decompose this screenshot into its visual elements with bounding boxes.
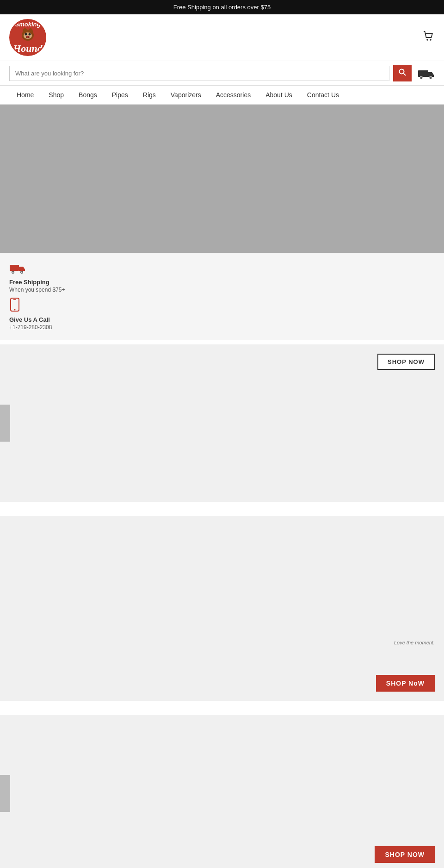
nav-item-home[interactable]: Home (9, 86, 41, 104)
call-title: Give Us A Call (9, 316, 435, 323)
header: Smoking Hound (0, 14, 444, 61)
cart-icon (422, 30, 435, 43)
svg-point-5 (29, 33, 31, 36)
svg-point-7 (26, 37, 28, 37)
shop-now-button-2[interactable]: SHOP NoW (376, 675, 435, 692)
nav-item-accessories[interactable]: Accessories (209, 86, 258, 104)
side-thumb-1 (0, 405, 10, 442)
logo-line2: Hound (13, 44, 43, 54)
top-banner: Free Shipping on all orders over $75 (0, 0, 444, 14)
hero-banner (0, 105, 444, 253)
svg-line-12 (404, 74, 406, 76)
nav-item-pipes[interactable]: Pipes (105, 86, 136, 104)
nav-item-contact[interactable]: Contact Us (300, 86, 346, 104)
search-icon (399, 69, 406, 76)
info-bar: Free Shipping When you spend $75+ Give U… (0, 253, 444, 340)
mobile-icon (9, 298, 20, 312)
svg-point-19 (12, 272, 14, 273)
product-section-1: SHOP NOW (0, 344, 444, 502)
love-text: Love the moment. (394, 640, 435, 645)
nav-item-shop[interactable]: Shop (41, 86, 71, 104)
svg-point-14 (420, 76, 423, 79)
truck-shipping-icon (9, 262, 26, 274)
svg-point-4 (25, 33, 27, 36)
logo-dog-icon (19, 27, 37, 42)
shop-now-button-1[interactable]: SHOP NOW (377, 354, 435, 370)
banner-text: Free Shipping on all orders over $75 (173, 4, 271, 11)
search-area (0, 61, 444, 85)
svg-point-9 (426, 39, 428, 41)
svg-point-15 (429, 76, 432, 79)
search-input[interactable] (9, 66, 389, 81)
call-phone: +1-719-280-2308 (9, 324, 435, 331)
phone-icon (9, 298, 435, 314)
truck-icon (417, 67, 435, 80)
side-thumb-3 (0, 775, 10, 812)
nav-item-rigs[interactable]: Rigs (136, 86, 163, 104)
svg-point-8 (28, 37, 30, 37)
svg-rect-13 (418, 70, 428, 77)
shipping-info: Free Shipping When you spend $75+ (9, 262, 435, 293)
nav-item-about[interactable]: About Us (258, 86, 300, 104)
truck-icon-area (415, 67, 435, 80)
main-nav: Home Shop Bongs Pipes Rigs Vaporizers Ac… (0, 85, 444, 105)
logo-circle: Smoking Hound (9, 19, 46, 56)
cart-button[interactable] (422, 30, 435, 45)
shipping-subtitle: When you spend $75+ (9, 287, 435, 293)
shipping-title: Free Shipping (9, 279, 435, 286)
logo-text: Smoking Hound (13, 21, 43, 54)
svg-point-10 (430, 39, 432, 41)
search-button[interactable] (393, 65, 412, 81)
svg-point-11 (400, 69, 404, 74)
svg-rect-16 (10, 265, 19, 271)
nav-item-vaporizers[interactable]: Vaporizers (163, 86, 209, 104)
logo[interactable]: Smoking Hound (9, 19, 46, 56)
shop-now-button-3[interactable]: SHOP NOW (375, 846, 435, 863)
shipping-icon (9, 262, 435, 277)
call-info: Give Us A Call +1-719-280-2308 (9, 298, 435, 331)
product-section-3: SHOP NOW (0, 715, 444, 868)
svg-point-22 (14, 309, 16, 311)
product-section-2: Love the moment. SHOP NoW (0, 516, 444, 701)
logo-line1: Smoking (13, 21, 43, 27)
nav-item-bongs[interactable]: Bongs (71, 86, 105, 104)
svg-point-20 (21, 272, 23, 273)
